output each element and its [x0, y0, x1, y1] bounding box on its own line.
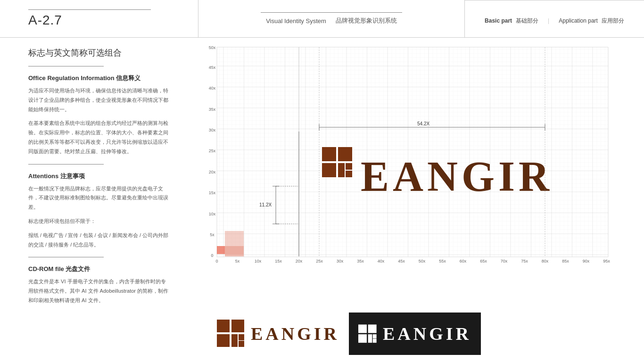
svg-text:30x: 30x [337, 259, 344, 263]
header-left: A-2.7 [0, 9, 198, 28]
svg-rect-62 [239, 334, 244, 340]
svg-rect-61 [231, 334, 238, 347]
svg-rect-65 [358, 334, 367, 343]
main-section-title: 标志与英文简称可选组合 [28, 47, 170, 58]
header-rule-top [28, 9, 151, 10]
header-en-title: Visual Identity System [266, 17, 326, 25]
svg-text:65x: 65x [480, 259, 487, 263]
svg-text:40x: 40x [378, 259, 385, 263]
svg-text:85x: 85x [562, 259, 569, 263]
nav-basic-zh: 基础部分 [516, 17, 538, 25]
svg-rect-48 [322, 147, 336, 161]
section1-heading: Office Regulation Information 信息释义 [28, 74, 170, 82]
svg-text:55x: 55x [439, 259, 446, 263]
svg-rect-67 [368, 334, 372, 343]
svg-rect-51 [338, 163, 345, 177]
svg-text:20x: 20x [296, 259, 303, 263]
section1-body1: 为适应不同使用场合与环境，确保信息传达的清晰与准确，特设计了企业品牌的多种组合，… [28, 86, 170, 114]
svg-text:60x: 60x [460, 259, 467, 263]
svg-rect-68 [373, 334, 377, 338]
brand-text-light: EANGIR [251, 323, 339, 344]
svg-text:95x: 95x [603, 259, 610, 263]
header-right: Basic part 基础部分 | Application part 应用部分 [465, 0, 644, 37]
svg-text:10x: 10x [255, 259, 262, 263]
nav-app-zh: 应用部分 [602, 17, 624, 25]
svg-text:5x: 5x [210, 232, 215, 237]
svg-text:40x: 40x [209, 86, 216, 90]
header-center-titles: Visual Identity System 品牌视觉形象识别系统 [266, 16, 397, 25]
grid-container: 0 5x 10x 15x 20x 25x 30x 35x 40x 45x 50x… [203, 45, 613, 276]
page-id: A-2.7 [28, 13, 198, 28]
svg-text:35x: 35x [357, 259, 364, 263]
svg-text:15x: 15x [209, 190, 216, 195]
svg-text:25x: 25x [316, 259, 323, 263]
svg-rect-59 [217, 334, 230, 347]
svg-rect-66 [368, 324, 377, 333]
svg-rect-45 [217, 246, 225, 254]
svg-text:30x: 30x [209, 128, 216, 132]
svg-rect-58 [217, 320, 230, 332]
svg-rect-52 [346, 163, 352, 170]
svg-text:10x: 10x [209, 212, 216, 216]
svg-text:45x: 45x [398, 259, 405, 263]
svg-text:15x: 15x [275, 259, 282, 263]
left-panel: 标志与英文简称可选组合 Office Regulation Informatio… [0, 38, 198, 362]
svg-text:5x: 5x [235, 259, 240, 263]
grid-svg: 0 5x 10x 15x 20x 25x 30x 35x 40x 45x 50x… [203, 45, 613, 276]
nav-app-en: Application part [559, 17, 598, 24]
svg-rect-64 [358, 324, 367, 333]
brand-text-dark: EANGIR [383, 323, 471, 344]
logo-mark-light [217, 320, 245, 348]
svg-text:54.2X: 54.2X [417, 121, 429, 126]
svg-rect-1 [217, 47, 608, 257]
svg-text:75x: 75x [521, 259, 528, 263]
divider-1 [28, 66, 104, 66]
divider-3 [28, 257, 104, 257]
section2-body1: 在一般情况下使用品牌标志，应尽量使用提供的光盘电子文件，不建议使用标准制图绘制标… [28, 184, 170, 212]
svg-rect-60 [231, 320, 244, 332]
header-zh-title: 品牌视觉形象识别系统 [336, 16, 397, 25]
nav-items: Basic part 基础部分 | Application part 应用部分 [485, 17, 624, 25]
svg-rect-53 [346, 171, 352, 177]
svg-text:0: 0 [215, 259, 218, 263]
svg-text:45x: 45x [209, 65, 216, 70]
header-center: Visual Identity System 品牌视觉形象识别系统 [198, 0, 465, 37]
svg-text:20x: 20x [209, 170, 216, 174]
svg-text:11.2X: 11.2X [259, 202, 272, 207]
svg-text:EANGIR: EANGIR [361, 153, 553, 200]
nav-basic-en: Basic part [485, 17, 512, 24]
main-content: 标志与英文简称可选组合 Office Regulation Informatio… [0, 38, 644, 362]
svg-rect-69 [373, 338, 377, 343]
logo-mark-dark [358, 321, 377, 347]
section2-list: 报纸 / 电视广告 / 宣传 / 包装 / 会议 / 新闻发布会 / 公司内外部… [28, 231, 170, 250]
svg-rect-47 [225, 246, 244, 256]
divider-2 [28, 164, 104, 165]
svg-rect-63 [239, 341, 244, 347]
logo-light: EANGIR [203, 320, 339, 348]
svg-text:0: 0 [211, 253, 213, 258]
header: A-2.7 Visual Identity System 品牌视觉形象识别系统 … [0, 0, 644, 38]
section3-body1: 光盘文件是本 VI 手册电子文件的集合，内含手册制作时的专用软件格式文件。其中 … [28, 277, 170, 305]
section2-body2: 标志使用环境包括但不限于： [28, 217, 170, 226]
header-center-rule [261, 12, 402, 13]
section1-body2: 在基本要素组合系统中出现的组合形式均经过严格的测算与检验。在实际应用中，标志的位… [28, 119, 170, 156]
svg-rect-49 [322, 163, 336, 177]
svg-text:90x: 90x [583, 259, 590, 263]
right-panel: 0 5x 10x 15x 20x 25x 30x 35x 40x 45x 50x… [198, 38, 644, 362]
svg-rect-50 [338, 147, 352, 161]
svg-text:50x: 50x [419, 259, 426, 263]
logo-dark: EANGIR [349, 313, 481, 355]
svg-text:70x: 70x [501, 259, 508, 263]
svg-text:25x: 25x [209, 148, 216, 153]
svg-text:50x: 50x [209, 45, 216, 50]
section3-heading: CD-ROM file 光盘文件 [28, 265, 170, 273]
svg-text:35x: 35x [209, 107, 216, 112]
svg-text:80x: 80x [542, 259, 549, 263]
section2-heading: Attentions 注意事项 [28, 172, 170, 181]
